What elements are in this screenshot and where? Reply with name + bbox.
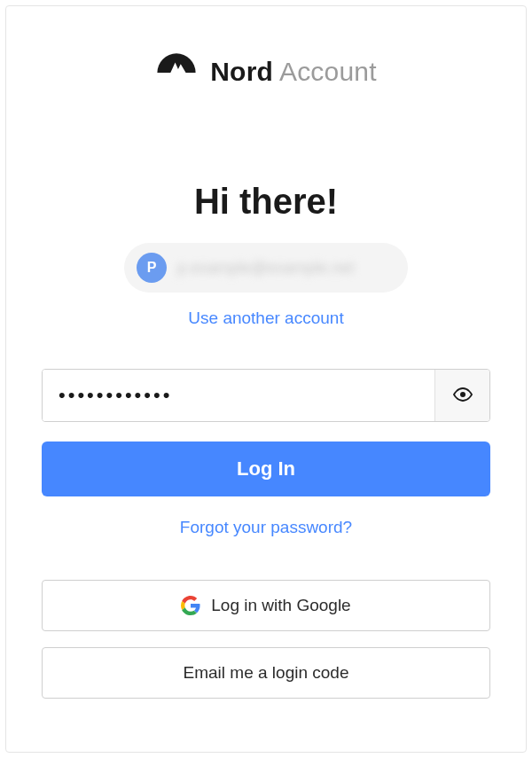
toggle-password-visibility-button[interactable] <box>434 370 489 421</box>
login-card: Nord Account Hi there! P p.example@examp… <box>5 5 527 753</box>
logo-text: Nord Account <box>210 57 377 87</box>
svg-point-3 <box>460 392 466 397</box>
brand-name: Nord <box>210 57 273 86</box>
google-icon <box>181 596 200 615</box>
email-code-button-label: Email me a login code <box>184 663 349 683</box>
brand-suffix: Account <box>279 57 377 86</box>
password-input[interactable] <box>43 370 434 421</box>
login-with-google-button[interactable]: Log in with Google <box>42 580 490 631</box>
login-button[interactable]: Log In <box>42 442 490 496</box>
password-field-row <box>42 369 490 422</box>
avatar: P <box>137 253 167 283</box>
use-another-account-link[interactable]: Use another account <box>42 309 490 328</box>
google-button-label: Log in with Google <box>211 596 350 615</box>
greeting-heading: Hi there! <box>42 182 490 222</box>
eye-icon <box>452 384 473 408</box>
email-login-code-button[interactable]: Email me a login code <box>42 647 490 699</box>
logo-row: Nord Account <box>42 51 490 93</box>
nord-logo-icon <box>155 51 198 93</box>
account-pill[interactable]: P p.example@example.net <box>124 243 408 293</box>
forgot-password-link[interactable]: Forgot your password? <box>42 518 490 537</box>
account-email: p.example@example.net <box>177 259 354 277</box>
